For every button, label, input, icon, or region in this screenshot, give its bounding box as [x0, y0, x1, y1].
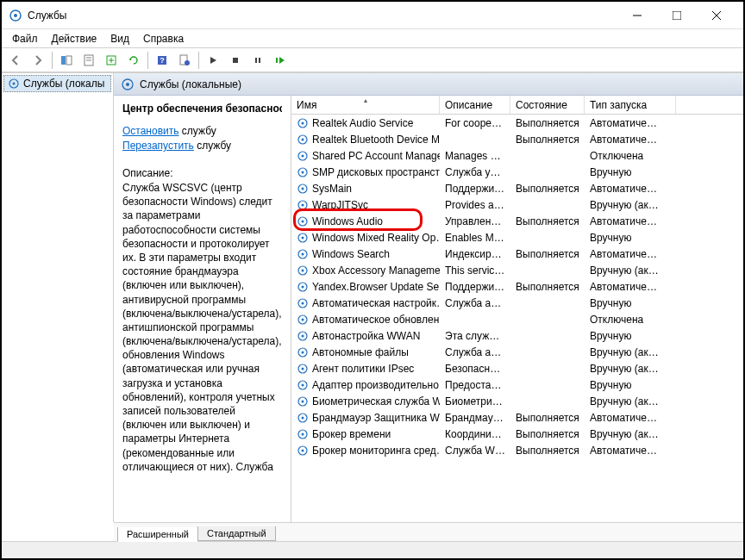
stop-service-button[interactable]	[225, 50, 246, 71]
menu-action[interactable]: Действие	[45, 31, 104, 47]
cell-desc: Служба ав…	[440, 297, 510, 309]
svg-point-47	[302, 302, 304, 304]
show-hide-button[interactable]	[56, 50, 77, 71]
svg-rect-19	[276, 58, 278, 63]
cell-desc: Служба ав…	[440, 346, 510, 358]
service-row[interactable]: Windows Mixed Reality Op…Enables Mi…Вруч…	[291, 229, 743, 246]
minimize-button[interactable]	[617, 2, 657, 29]
svg-point-33	[302, 187, 304, 190]
cell-start: Автоматиче…	[585, 134, 676, 146]
service-row[interactable]: Windows SearchИндексир…ВыполняетсяАвтома…	[291, 246, 743, 262]
cell-desc: Координи…	[440, 428, 510, 440]
cell-name: Windows Audio	[291, 215, 440, 227]
back-button[interactable]	[5, 50, 26, 71]
svg-point-35	[302, 203, 304, 206]
svg-point-53	[302, 351, 304, 353]
column-state[interactable]: Состояние	[510, 96, 585, 114]
cell-name: Windows Search	[291, 248, 440, 260]
restart-link[interactable]: Перезапустить	[122, 140, 194, 152]
service-row[interactable]: Брокер времениКоордини…ВыполняетсяВручну…	[291, 426, 743, 442]
service-row[interactable]: Автоматическая настройк…Служба ав…Вручну…	[291, 295, 743, 311]
svg-point-55	[302, 367, 304, 370]
cell-desc: Manages p…	[440, 150, 510, 162]
cell-start: Вручную (ак…	[585, 428, 676, 440]
cell-state: Выполняется	[510, 183, 585, 195]
cell-state: Выполняется	[510, 445, 585, 457]
svg-point-43	[302, 269, 304, 271]
svg-point-49	[302, 318, 304, 320]
cell-start: Автоматиче…	[585, 215, 676, 227]
content: Центр обеспечения безопасности Остановит…	[114, 96, 743, 522]
column-description[interactable]: Описание	[440, 96, 510, 114]
service-row[interactable]: Автонастройка WWANЭта служб…Вручную	[291, 327, 743, 344]
maximize-button[interactable]	[657, 2, 697, 29]
svg-text:?: ?	[160, 56, 165, 65]
svg-rect-7	[66, 56, 72, 65]
close-button[interactable]	[697, 2, 736, 29]
cell-desc: Управлен…	[440, 215, 510, 227]
service-row[interactable]: SMP дисковых пространст…Служба уз…Вручну…	[291, 164, 743, 180]
service-row[interactable]: SysMainПоддержи…ВыполняетсяАвтоматиче…	[291, 180, 743, 196]
pause-service-button[interactable]	[247, 50, 268, 71]
cell-state: Выполняется	[510, 134, 585, 146]
cell-desc: Эта служб…	[440, 330, 510, 342]
tab-standard[interactable]: Стандартный	[197, 526, 276, 541]
service-row[interactable]: Yandex.Browser Update Ser…Поддержи…Выпол…	[291, 278, 743, 295]
statusbar	[2, 541, 743, 558]
service-row[interactable]: Брокер мониторинга сред…Служба W…Выполня…	[291, 442, 743, 458]
service-row[interactable]: WarpJITSvcProvides a …Вручную (ак…	[291, 196, 743, 213]
cell-desc: Брандмау…	[440, 412, 510, 424]
menu-help[interactable]: Справка	[136, 31, 191, 47]
refresh-button[interactable]	[123, 50, 144, 71]
service-row[interactable]: Shared PC Account ManagerManages p…Отклю…	[291, 147, 743, 164]
start-service-button[interactable]	[203, 50, 223, 71]
svg-point-63	[302, 432, 304, 435]
help2-button[interactable]	[174, 50, 195, 71]
service-row[interactable]: Windows AudioУправлен…ВыполняетсяАвтомат…	[291, 213, 743, 229]
cell-desc: Служба W…	[440, 445, 510, 457]
service-row[interactable]: Адаптер производительно…Предостав…Вручну…	[291, 376, 743, 393]
cell-start: Вручную (ак…	[585, 363, 676, 375]
tree-root-services[interactable]: Службы (локалы	[3, 75, 111, 92]
cell-desc: This servic…	[440, 264, 510, 277]
cell-start: Вручную (ак…	[585, 395, 676, 408]
cell-name: Адаптер производительно…	[291, 379, 440, 391]
service-row[interactable]: Биометрическая служба W…Биометри…Вручную…	[291, 393, 743, 409]
menu-file[interactable]: Файл	[5, 31, 45, 47]
forward-button[interactable]	[28, 50, 48, 71]
cell-name: Биометрическая служба W…	[291, 395, 440, 408]
export-button[interactable]	[101, 50, 122, 71]
cell-desc: Provides a …	[440, 199, 510, 211]
service-row[interactable]: Автоматическое обновлен…Отключена	[291, 311, 743, 327]
restart-service-button[interactable]	[270, 50, 291, 71]
svg-point-61	[302, 416, 304, 419]
list-body[interactable]: Realtek Audio ServiceFor cooper…Выполняе…	[291, 115, 743, 522]
tab-extended[interactable]: Расширенный	[117, 527, 198, 542]
help-button[interactable]: ?	[152, 50, 172, 71]
selected-service-title: Центр обеспечения безопасности	[122, 103, 282, 115]
column-name[interactable]: Имя▴	[291, 96, 440, 114]
column-startup[interactable]: Тип запуска	[585, 96, 676, 114]
description-label: Описание:	[122, 167, 282, 179]
cell-desc: Биометри…	[440, 395, 510, 408]
service-row[interactable]: Realtek Audio ServiceFor cooper…Выполняе…	[291, 115, 743, 131]
cell-start: Автоматиче…	[585, 445, 676, 457]
menu-view[interactable]: Вид	[103, 31, 136, 47]
tree-root-label: Службы (локалы	[23, 78, 104, 90]
stop-link[interactable]: Остановить	[122, 125, 179, 137]
service-row[interactable]: Агент политики IPsecБезопасно…Вручную (а…	[291, 360, 743, 376]
sort-indicator-icon: ▴	[364, 96, 367, 104]
service-row[interactable]: Xbox Accessory Manageme…This servic…Вруч…	[291, 262, 743, 278]
properties-button[interactable]	[78, 50, 99, 71]
cell-start: Вручную	[585, 232, 676, 244]
service-row[interactable]: Автономные файлыСлужба ав…Вручную (ак…	[291, 344, 743, 360]
service-row[interactable]: Брандмауэр Защитника W…Брандмау…Выполняе…	[291, 409, 743, 426]
stop-suffix: службу	[179, 125, 216, 137]
main-body: Службы (локалы Службы (локальные) Центр …	[2, 72, 743, 522]
svg-point-21	[13, 83, 16, 85]
cell-desc: Служба уз…	[440, 166, 510, 178]
restart-action: Перезапустить службу	[122, 140, 282, 152]
cell-name: Автономные файлы	[291, 346, 440, 358]
service-row[interactable]: Realtek Bluetooth Device M…ВыполняетсяАв…	[291, 131, 743, 147]
cell-start: Вручную (ак…	[585, 199, 676, 211]
